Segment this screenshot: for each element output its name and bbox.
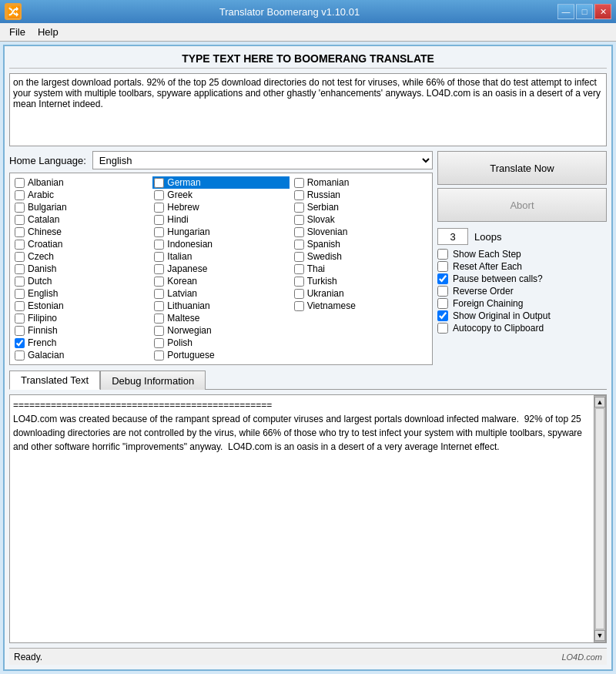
lang-item[interactable]: Turkish — [293, 275, 429, 287]
option-checkbox[interactable] — [437, 273, 448, 284]
lang-item[interactable]: Maltese — [152, 312, 289, 324]
lang-checkbox[interactable] — [15, 203, 25, 213]
lang-item[interactable]: Arabic — [13, 189, 149, 201]
option-checkbox[interactable] — [437, 286, 448, 297]
lang-item[interactable]: Spanish — [293, 238, 429, 250]
tab-translated-text[interactable]: Translated Text — [9, 371, 100, 390]
lang-checkbox[interactable] — [294, 215, 304, 225]
lang-item[interactable]: Swedish — [293, 250, 429, 263]
lang-item[interactable]: Serbian — [293, 201, 429, 213]
lang-checkbox[interactable] — [294, 203, 304, 213]
lang-checkbox[interactable] — [294, 289, 304, 299]
lang-item[interactable]: Dutch — [13, 275, 149, 287]
lang-checkbox[interactable] — [15, 277, 25, 287]
minimize-button[interactable]: — — [557, 4, 574, 19]
lang-checkbox[interactable] — [154, 350, 164, 360]
lang-checkbox[interactable] — [15, 264, 25, 274]
lang-checkbox[interactable] — [294, 277, 304, 287]
lang-item[interactable]: Albanian — [13, 176, 149, 189]
input-textarea[interactable] — [9, 73, 607, 146]
lang-item[interactable]: Russian — [293, 189, 429, 201]
lang-checkbox[interactable] — [154, 252, 164, 262]
lang-checkbox[interactable] — [15, 178, 25, 188]
lang-item[interactable]: German — [152, 176, 289, 189]
home-language-select[interactable]: English Spanish French German Italian — [92, 151, 433, 169]
lang-item[interactable]: Slovak — [293, 213, 429, 226]
translate-button[interactable]: Translate Now — [437, 151, 607, 185]
lang-item[interactable]: Vietnamese — [293, 300, 429, 312]
lang-checkbox[interactable] — [15, 190, 25, 200]
lang-item[interactable]: Danish — [13, 263, 149, 275]
lang-item[interactable]: Latvian — [152, 287, 289, 300]
lang-item[interactable]: Italian — [152, 250, 289, 263]
lang-item[interactable]: Slovenian — [293, 226, 429, 238]
lang-item[interactable]: Indonesian — [152, 238, 289, 250]
close-button[interactable]: ✕ — [594, 4, 611, 19]
lang-item[interactable]: Hungarian — [152, 226, 289, 238]
lang-checkbox[interactable] — [15, 314, 25, 324]
maximize-button[interactable]: □ — [576, 4, 593, 19]
lang-checkbox[interactable] — [154, 326, 164, 336]
option-checkbox[interactable] — [437, 261, 448, 272]
lang-checkbox[interactable] — [154, 203, 164, 213]
lang-item[interactable]: Czech — [13, 250, 149, 263]
lang-checkbox[interactable] — [154, 264, 164, 274]
lang-item[interactable]: Hindi — [152, 213, 289, 226]
lang-checkbox[interactable] — [15, 289, 25, 299]
lang-item[interactable]: Estonian — [13, 300, 149, 312]
lang-checkbox[interactable] — [154, 240, 164, 250]
lang-item[interactable]: Finnish — [13, 324, 149, 337]
lang-item[interactable]: Ukranian — [293, 287, 429, 300]
lang-item[interactable]: Norwegian — [152, 324, 289, 337]
menu-help[interactable]: Help — [32, 25, 65, 39]
lang-checkbox[interactable] — [154, 289, 164, 299]
lang-checkbox[interactable] — [15, 240, 25, 250]
lang-item[interactable]: Romanian — [293, 176, 429, 189]
lang-checkbox[interactable] — [15, 350, 25, 360]
option-checkbox[interactable] — [437, 323, 448, 334]
abort-button[interactable]: Abort — [437, 188, 607, 222]
lang-item[interactable]: Korean — [152, 275, 289, 287]
scroll-up-arrow[interactable]: ▲ — [594, 397, 605, 407]
menu-file[interactable]: File — [3, 25, 32, 39]
lang-item[interactable]: Polish — [152, 337, 289, 349]
option-checkbox[interactable] — [437, 298, 448, 309]
scroll-down-arrow[interactable]: ▼ — [594, 630, 605, 641]
lang-checkbox[interactable] — [154, 215, 164, 225]
lang-item[interactable]: Chinese — [13, 226, 149, 238]
lang-checkbox[interactable] — [154, 338, 164, 348]
lang-item[interactable]: French — [13, 337, 149, 349]
loops-input[interactable] — [437, 228, 468, 245]
lang-item[interactable]: Hebrew — [152, 201, 289, 213]
lang-checkbox[interactable] — [154, 227, 164, 237]
lang-checkbox[interactable] — [154, 190, 164, 200]
lang-checkbox[interactable] — [294, 264, 304, 274]
lang-item[interactable]: Greek — [152, 189, 289, 201]
lang-item[interactable]: Bulgarian — [13, 201, 149, 213]
lang-checkbox[interactable] — [294, 227, 304, 237]
lang-checkbox[interactable] — [15, 338, 25, 348]
lang-checkbox[interactable] — [15, 215, 25, 225]
lang-checkbox[interactable] — [15, 326, 25, 336]
lang-checkbox[interactable] — [294, 252, 304, 262]
lang-checkbox[interactable] — [294, 190, 304, 200]
lang-checkbox[interactable] — [15, 252, 25, 262]
lang-checkbox[interactable] — [154, 178, 164, 188]
lang-checkbox[interactable] — [15, 227, 25, 237]
lang-checkbox[interactable] — [294, 240, 304, 250]
option-checkbox[interactable] — [437, 310, 448, 321]
lang-item[interactable]: Thai — [293, 263, 429, 275]
scrollbar[interactable]: ▲ ▼ — [594, 395, 606, 642]
lang-item[interactable]: English — [13, 287, 149, 300]
lang-item[interactable]: Japanese — [152, 263, 289, 275]
tab-debug-info[interactable]: Debug Information — [100, 371, 206, 390]
lang-item[interactable]: Portuguese — [152, 349, 289, 361]
lang-checkbox[interactable] — [294, 178, 304, 188]
lang-checkbox[interactable] — [154, 277, 164, 287]
lang-item[interactable]: Lithuanian — [152, 300, 289, 312]
lang-item[interactable]: Croatian — [13, 238, 149, 250]
option-checkbox[interactable] — [437, 249, 448, 260]
lang-checkbox[interactable] — [154, 301, 164, 311]
lang-checkbox[interactable] — [154, 314, 164, 324]
lang-item[interactable]: Catalan — [13, 213, 149, 226]
